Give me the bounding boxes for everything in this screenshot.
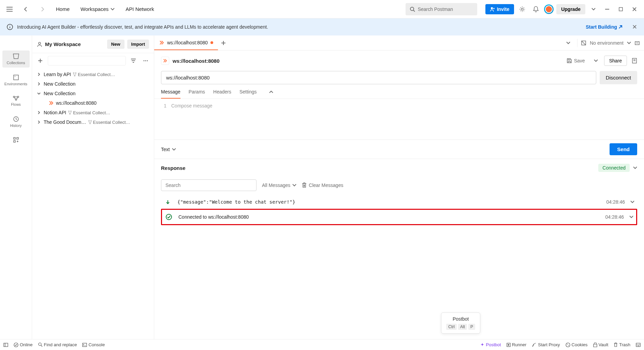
cookies-button[interactable]: Cookies [566, 342, 588, 347]
subtab-headers[interactable]: Headers [213, 89, 231, 99]
chevron-down-icon[interactable] [36, 92, 42, 95]
send-row: Text Send [154, 140, 644, 159]
send-button[interactable]: Send [610, 143, 637, 155]
home-link[interactable]: Home [53, 5, 72, 13]
api-network-link[interactable]: API Network [123, 5, 157, 13]
more-icon[interactable] [141, 56, 150, 65]
tabs-chevron-icon[interactable] [563, 38, 574, 48]
tree-item-collection[interactable]: New Collection [32, 89, 154, 98]
tab-item[interactable]: ws://localhost:8080 [154, 35, 218, 50]
chevron-right-icon[interactable] [36, 111, 42, 114]
tree-item-label: ws://localhost:8080 [56, 100, 97, 106]
chevron-down-icon[interactable] [630, 201, 634, 203]
url-input[interactable] [161, 71, 596, 84]
rail-collections[interactable]: Collections [2, 50, 30, 68]
clear-messages-button[interactable]: Clear Messages [302, 183, 343, 188]
save-button[interactable]: Save [564, 57, 588, 65]
rail-environments[interactable]: Environments [2, 72, 30, 89]
kbd-ctrl: Ctrl [446, 324, 457, 330]
response-search-input[interactable] [161, 179, 257, 191]
workspaces-dropdown[interactable]: Workspaces [78, 5, 117, 13]
chevron-right-icon[interactable] [36, 73, 42, 76]
message-row[interactable]: Connected to ws://localhost:808004:28:46 [161, 209, 637, 225]
message-filter-label: All Messages [262, 183, 290, 188]
back-icon[interactable] [20, 4, 31, 15]
message-row[interactable]: {"message":"Welcome to the chat server!"… [161, 195, 637, 209]
svg-point-18 [73, 73, 74, 74]
invite-button[interactable]: Invite [485, 4, 514, 14]
find-replace[interactable]: Find and replace [38, 342, 77, 347]
workspaces-label: Workspaces [80, 6, 108, 12]
tree-item-collection[interactable]: New Collection [32, 79, 154, 89]
upgrade-chevron[interactable] [588, 4, 599, 15]
message-editor[interactable]: 1 Compose message [154, 99, 644, 140]
window-close-icon[interactable] [629, 4, 640, 15]
fork-badge: Essential Collect… [73, 72, 115, 77]
rail-flows-label: Flows [11, 102, 21, 106]
filter-icon[interactable] [129, 56, 138, 65]
vault-button[interactable]: Vault [593, 342, 609, 347]
websocket-icon [163, 58, 167, 63]
svg-point-38 [568, 345, 569, 346]
kbd-p: P [468, 324, 475, 330]
rail-add[interactable] [2, 134, 30, 145]
tree-item-label: New Collection [44, 91, 75, 96]
forward-icon[interactable] [37, 4, 48, 15]
invite-label: Invite [497, 6, 510, 12]
message-filter-dropdown[interactable]: All Messages [262, 183, 296, 188]
env-selector[interactable]: No environment [590, 40, 624, 46]
rail-flows[interactable]: Flows [2, 93, 30, 109]
postbot-avatar[interactable] [544, 4, 554, 14]
new-tab-icon[interactable] [218, 38, 229, 48]
collapse-icon[interactable] [269, 91, 273, 93]
banner-link[interactable]: Start Building [586, 24, 623, 30]
sidebar-toggle-icon[interactable] [3, 343, 8, 347]
postbot-status[interactable]: Postbot [480, 342, 501, 347]
svg-rect-34 [83, 343, 87, 347]
new-button[interactable]: New [107, 40, 125, 49]
share-button[interactable]: Share [604, 56, 627, 66]
docs-icon[interactable] [632, 58, 637, 64]
global-search[interactable]: Search Postman [406, 3, 477, 15]
rail-history[interactable]: History [2, 113, 30, 130]
subtab-params[interactable]: Params [189, 89, 205, 99]
upgrade-button[interactable]: Upgrade [556, 4, 585, 14]
proxy-button[interactable]: Start Proxy [532, 342, 560, 347]
request-title[interactable]: ws://localhost:8080 [173, 58, 220, 64]
filter-input[interactable] [48, 56, 126, 65]
hamburger-icon[interactable] [4, 4, 15, 15]
subtab-settings[interactable]: Settings [239, 89, 257, 99]
banner-close-icon[interactable]: ✕ [632, 23, 637, 31]
add-icon[interactable] [35, 56, 45, 65]
svg-rect-3 [619, 8, 623, 11]
runner-button[interactable]: Runner [507, 342, 527, 347]
bell-icon[interactable] [530, 4, 541, 15]
tree-item-collection[interactable]: Learn by APIEssential Collect… [32, 70, 154, 79]
console-toggle[interactable]: Console [82, 342, 105, 347]
chevron-right-icon[interactable] [36, 120, 42, 124]
info-icon [7, 24, 13, 30]
window-maximize-icon[interactable] [615, 4, 626, 15]
chevron-down-icon[interactable] [629, 216, 633, 218]
env-peek-icon[interactable] [634, 40, 640, 46]
save-chevron[interactable] [590, 55, 601, 66]
svg-rect-11 [14, 137, 15, 139]
trash-label: Trash [619, 342, 630, 347]
settings-icon[interactable] [517, 4, 528, 15]
online-status[interactable]: Online [14, 342, 33, 347]
import-button[interactable]: Import [127, 40, 149, 49]
tree-item-ws-request[interactable]: ws://localhost:8080 [32, 98, 154, 108]
tree-item-collection[interactable]: Notion APIEssential Collect… [32, 108, 154, 117]
chevron-down-icon[interactable] [633, 166, 637, 169]
workspace-title[interactable]: My Workspace [45, 41, 104, 47]
disconnect-button[interactable]: Disconnect [600, 71, 637, 84]
subtab-message[interactable]: Message [161, 89, 180, 99]
chevron-down-icon[interactable] [627, 42, 631, 44]
layout-toggle-icon[interactable] [636, 343, 641, 347]
chevron-right-icon[interactable] [36, 82, 42, 86]
tree-item-label: Notion API [44, 110, 66, 115]
format-selector[interactable]: Text [161, 147, 176, 152]
trash-button[interactable]: Trash [614, 342, 630, 347]
window-minimize-icon[interactable] [602, 4, 613, 15]
tree-item-collection[interactable]: The Good Docum…Essential Collect… [32, 117, 154, 127]
